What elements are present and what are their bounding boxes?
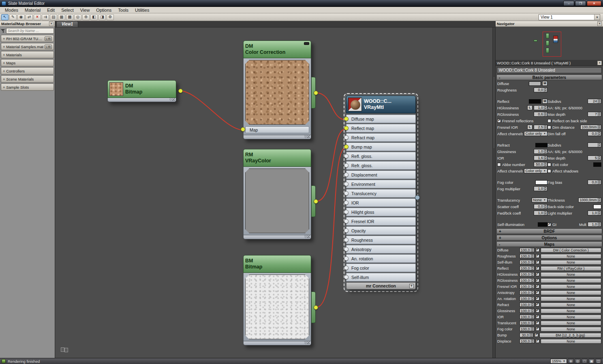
- node-header[interactable]: WOOD::C... VRayMtl: [346, 96, 416, 113]
- fresnel-ior-lock-button[interactable]: L: [527, 125, 532, 130]
- affect-shadows-checkbox[interactable]: [547, 169, 551, 173]
- show-background-icon[interactable]: ▦: [58, 14, 65, 20]
- spinner-arrows-icon[interactable]: [544, 88, 547, 92]
- material-slot-row[interactable]: Bump map: [346, 143, 416, 151]
- spinner-arrows-icon[interactable]: [531, 260, 534, 264]
- rollout-maps[interactable]: - Maps: [496, 241, 602, 247]
- collapse-icon[interactable]: [304, 42, 309, 45]
- exit-color-swatch[interactable]: [593, 162, 601, 167]
- map-amount-spinner[interactable]: 100,0: [520, 321, 535, 325]
- material-slot-row[interactable]: IOR: [346, 198, 416, 207]
- material-slot-row[interactable]: Reflect map: [346, 124, 416, 132]
- canvas-vertical-scrollbar[interactable]: [492, 28, 495, 358]
- zoom-level-dropdown[interactable]: 155%: [550, 359, 567, 364]
- spinner-arrows-icon[interactable]: [598, 112, 601, 116]
- wire-bitmap-to-bump[interactable]: [316, 148, 345, 307]
- fog-bias-spinner[interactable]: 0,0: [588, 180, 601, 185]
- zoom-icon[interactable]: ◎: [575, 359, 581, 364]
- close-button[interactable]: ✕: [587, 1, 601, 6]
- map-slot-button[interactable]: BM (12_2_5_b.jpg): [539, 333, 601, 338]
- selected-node-outline[interactable]: WOOD::C... VRayMtl Diffuse map: [344, 93, 418, 292]
- hide-unused-nodeslots-icon[interactable]: ▤: [50, 14, 57, 20]
- scatter-coeff-spinner[interactable]: 0,0: [534, 204, 547, 209]
- exit-color-checkbox[interactable]: [547, 163, 551, 166]
- spinner-arrows-icon[interactable]: [544, 162, 547, 166]
- map-enabled-checkbox[interactable]: [536, 315, 539, 319]
- maximize-button[interactable]: ❒: [575, 1, 586, 6]
- slot-connector-icon[interactable]: [344, 145, 349, 149]
- node-header[interactable]: DM Bitmap: [107, 80, 176, 98]
- expand-plus-icon[interactable]: +: [499, 236, 501, 240]
- hglossiness-lock-button[interactable]: L: [527, 105, 532, 110]
- glossiness-spinner[interactable]: 1,0: [534, 149, 547, 154]
- spinner-arrows-icon[interactable]: [530, 333, 533, 337]
- rglossiness-spinner[interactable]: 0,6: [534, 112, 547, 117]
- material-slot-row[interactable]: Refr. gloss.: [346, 161, 416, 170]
- map-enabled-checkbox[interactable]: [536, 279, 539, 282]
- material-slot-row[interactable]: Refract map: [346, 133, 416, 142]
- map-slot-button[interactable]: None: [541, 260, 601, 265]
- diffuse-color-swatch[interactable]: [529, 81, 541, 86]
- minimap-view-rectangle[interactable]: [543, 32, 561, 57]
- slot-connector-icon[interactable]: [344, 210, 349, 214]
- map-amount-spinner[interactable]: 100,0: [520, 315, 535, 319]
- map-slot-button[interactable]: None: [541, 272, 601, 277]
- wire-colorcorrection-to-diffuse[interactable]: [316, 93, 345, 120]
- affect-channels-select[interactable]: Color only: [524, 131, 547, 136]
- self-illum-mult-spinner[interactable]: 1,0: [588, 222, 601, 227]
- abbe-number-checkbox[interactable]: [497, 163, 501, 166]
- output-connector-icon[interactable]: [314, 305, 318, 310]
- select-by-material-icon[interactable]: ⊕: [82, 14, 90, 20]
- node-resize-grip[interactable]: [107, 98, 176, 102]
- menu-item[interactable]: Utilities: [132, 8, 152, 13]
- reflect-subdivs-spinner[interactable]: 24: [588, 99, 601, 104]
- roughness-spinner[interactable]: 0,0: [534, 87, 547, 92]
- node-vraycolor[interactable]: RM VRayColor: [243, 149, 311, 239]
- navigator-minimap[interactable]: [496, 27, 603, 60]
- minimize-button[interactable]: –: [563, 1, 574, 6]
- layout-all-icon[interactable]: ◧: [90, 14, 98, 20]
- map-amount-spinner[interactable]: 100,0: [520, 278, 535, 283]
- spinner-arrows-icon[interactable]: [598, 132, 601, 136]
- reflect-map-shortcut-button[interactable]: M: [542, 99, 547, 104]
- material-slot-row[interactable]: An. rotation: [346, 254, 416, 263]
- collapse-minus-icon[interactable]: -: [499, 75, 500, 80]
- spinner-arrows-icon[interactable]: [598, 99, 601, 103]
- map-amount-spinner[interactable]: 100,0: [520, 272, 535, 277]
- menu-item[interactable]: Edit: [44, 8, 58, 13]
- map-enabled-checkbox[interactable]: [536, 266, 539, 270]
- map-enabled-checkbox[interactable]: [536, 285, 539, 288]
- map-amount-spinner[interactable]: 100,0: [520, 254, 535, 258]
- slot-connector-icon[interactable]: [344, 247, 349, 251]
- render-map-icon[interactable]: ◎: [74, 14, 81, 20]
- spinner-arrows-icon[interactable]: [531, 309, 534, 313]
- spinner-arrows-icon[interactable]: [544, 149, 547, 153]
- browser-item[interactable]: + Controllers: [1, 67, 54, 75]
- light-multiplier-spinner[interactable]: 1,0: [588, 211, 601, 215]
- material-slot-row[interactable]: Fog color: [346, 264, 416, 272]
- map-amount-spinner[interactable]: 100,0: [520, 284, 535, 289]
- fwdbck-coeff-spinner[interactable]: 1,0: [534, 211, 547, 215]
- rollout-basic-parameters[interactable]: - Basic parameters: [496, 75, 602, 80]
- spinner-arrows-icon[interactable]: [544, 187, 547, 191]
- layout-children-icon[interactable]: ◨: [98, 14, 106, 20]
- filter-icon[interactable]: [1, 28, 5, 33]
- map-slot-button[interactable]: None: [541, 321, 601, 326]
- close-icon[interactable]: ✕: [597, 61, 602, 65]
- refract-subdivs-spinner[interactable]: [588, 143, 601, 147]
- input-connector-icon[interactable]: [241, 127, 245, 132]
- reflect-max-depth-spinner[interactable]: 7: [588, 112, 601, 117]
- reflect-color-swatch[interactable]: [529, 99, 541, 104]
- map-amount-spinner[interactable]: 100,0: [520, 302, 535, 307]
- thickness-spinner[interactable]: 1000,0mm: [578, 198, 601, 202]
- lib-badge[interactable]: LIB: [45, 45, 52, 49]
- fresnel-reflections-checkbox[interactable]: [497, 119, 501, 123]
- abbe-number-spinner[interactable]: 50,0: [534, 162, 547, 167]
- output-connector-icon[interactable]: [314, 199, 318, 204]
- map-enabled-checkbox[interactable]: [536, 297, 539, 300]
- gi-checkbox[interactable]: [547, 223, 551, 226]
- map-slot-button[interactable]: None: [541, 278, 601, 283]
- dim-distance-spinner[interactable]: 100,0mm: [580, 125, 601, 130]
- spinner-arrows-icon[interactable]: [544, 156, 547, 160]
- self-illumination-swatch[interactable]: [538, 222, 547, 227]
